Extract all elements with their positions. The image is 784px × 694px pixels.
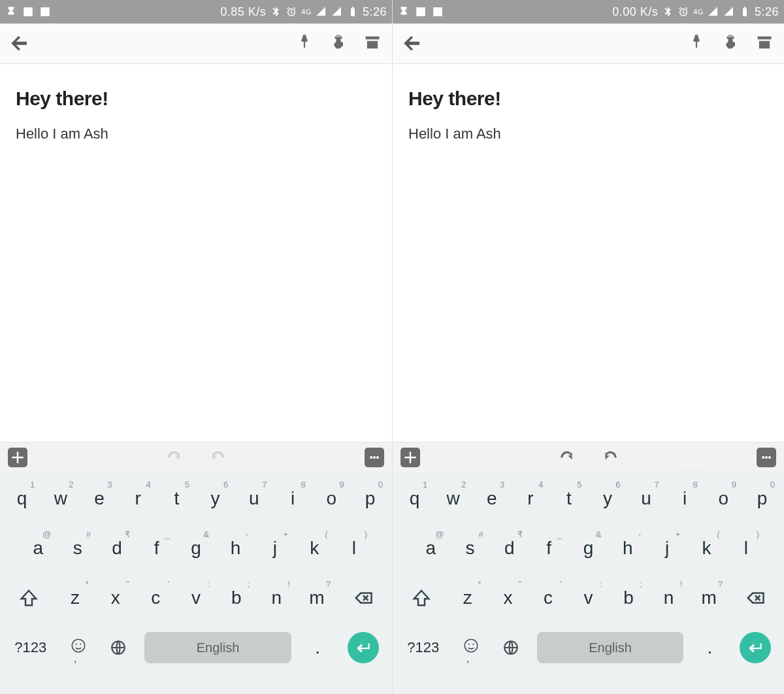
space-key[interactable]: English xyxy=(531,625,690,670)
key-n[interactable]: n! xyxy=(257,575,297,621)
more-button[interactable]: ••• xyxy=(757,448,776,467)
key-a[interactable]: a@ xyxy=(18,525,57,571)
redo-button[interactable] xyxy=(209,448,226,467)
network-4g-label: 4G xyxy=(693,8,704,16)
reminder-button[interactable] xyxy=(721,33,740,54)
alarm-icon xyxy=(678,6,689,18)
key-t[interactable]: t5 xyxy=(157,476,196,521)
add-button[interactable] xyxy=(8,448,27,467)
key-b[interactable]: b; xyxy=(216,575,257,621)
shift-key[interactable] xyxy=(395,575,448,621)
key-h[interactable]: h- xyxy=(216,525,255,571)
key-o[interactable]: o9 xyxy=(704,476,743,521)
key-w[interactable]: w2 xyxy=(41,476,80,521)
pin-button[interactable] xyxy=(687,33,706,54)
note-title[interactable]: Hey there! xyxy=(408,88,768,110)
period-key[interactable]: . xyxy=(298,625,338,670)
suggestion-strip: ••• xyxy=(0,442,392,472)
key-x[interactable]: x" xyxy=(95,575,136,621)
key-i[interactable]: i8 xyxy=(666,476,704,521)
key-f[interactable]: f_ xyxy=(137,525,176,571)
key-e[interactable]: e3 xyxy=(472,476,511,521)
key-p[interactable]: p0 xyxy=(351,476,389,521)
key-c[interactable]: c' xyxy=(528,575,568,621)
network-4g-label: 4G xyxy=(301,8,312,16)
key-s[interactable]: s# xyxy=(57,525,97,571)
key-s[interactable]: s# xyxy=(450,525,489,571)
backspace-key[interactable] xyxy=(337,575,389,621)
space-key[interactable]: English xyxy=(139,625,298,670)
symbols-key[interactable]: ?123 xyxy=(395,625,451,670)
archive-button[interactable] xyxy=(363,33,382,54)
key-i[interactable]: i8 xyxy=(273,476,312,521)
archive-button[interactable] xyxy=(755,33,774,54)
key-v[interactable]: v: xyxy=(568,575,609,621)
key-u[interactable]: u7 xyxy=(235,476,273,521)
key-g[interactable]: g& xyxy=(176,525,216,571)
key-b[interactable]: b; xyxy=(608,575,649,621)
enter-key[interactable] xyxy=(730,625,781,670)
keyboard: q1w2e3r4t5y6u7i8o9p0a@s#d₹f_g&h-j+k(l)z*… xyxy=(393,472,784,694)
key-c[interactable]: c' xyxy=(136,575,176,621)
hourglass-icon xyxy=(398,6,410,18)
key-j[interactable]: j+ xyxy=(255,525,295,571)
key-y[interactable]: y6 xyxy=(589,476,627,521)
note-title[interactable]: Hey there! xyxy=(16,88,376,110)
add-button[interactable] xyxy=(400,448,420,467)
key-x[interactable]: x" xyxy=(488,575,529,621)
more-button[interactable]: ••• xyxy=(365,448,384,467)
key-g[interactable]: g& xyxy=(568,525,608,571)
key-e[interactable]: e3 xyxy=(80,476,118,521)
net-speed: 0.00 K/s xyxy=(612,5,658,19)
pin-button[interactable] xyxy=(295,33,314,54)
key-a[interactable]: a@ xyxy=(411,525,450,571)
enter-key[interactable] xyxy=(338,625,389,670)
undo-button[interactable] xyxy=(166,448,183,467)
key-o[interactable]: o9 xyxy=(312,476,351,521)
emoji-key[interactable]: , xyxy=(451,625,491,670)
back-button[interactable] xyxy=(403,33,423,55)
key-z[interactable]: z* xyxy=(55,575,95,621)
image-icon xyxy=(22,6,34,18)
key-k[interactable]: k( xyxy=(687,525,726,571)
key-l[interactable]: l) xyxy=(335,525,374,571)
key-n[interactable]: n! xyxy=(649,575,689,621)
period-key[interactable]: . xyxy=(690,625,730,670)
key-r[interactable]: r4 xyxy=(119,476,157,521)
key-h[interactable]: h- xyxy=(608,525,647,571)
hourglass-icon xyxy=(5,6,17,18)
key-p[interactable]: p0 xyxy=(743,476,781,521)
key-d[interactable]: d₹ xyxy=(490,525,529,571)
emoji-key[interactable]: , xyxy=(58,625,98,670)
key-f[interactable]: f_ xyxy=(529,525,568,571)
note-content[interactable]: Hey there! Hello I am Ash xyxy=(393,64,784,442)
key-q[interactable]: q1 xyxy=(395,476,434,521)
reminder-button[interactable] xyxy=(329,33,348,54)
undo-button[interactable] xyxy=(559,448,576,467)
note-body[interactable]: Hello I am Ash xyxy=(16,125,376,142)
key-z[interactable]: z* xyxy=(448,575,488,621)
symbols-key[interactable]: ?123 xyxy=(3,625,58,670)
key-m[interactable]: m? xyxy=(297,575,337,621)
shift-key[interactable] xyxy=(3,575,55,621)
key-q[interactable]: q1 xyxy=(3,476,41,521)
key-d[interactable]: d₹ xyxy=(97,525,137,571)
note-body[interactable]: Hello I am Ash xyxy=(408,125,768,142)
key-w[interactable]: w2 xyxy=(434,476,472,521)
key-r[interactable]: r4 xyxy=(511,476,549,521)
key-y[interactable]: y6 xyxy=(196,476,235,521)
key-k[interactable]: k( xyxy=(295,525,334,571)
key-v[interactable]: v: xyxy=(176,575,216,621)
key-t[interactable]: t5 xyxy=(549,476,588,521)
key-j[interactable]: j+ xyxy=(647,525,687,571)
note-content[interactable]: Hey there! Hello I am Ash xyxy=(0,64,392,442)
redo-button[interactable] xyxy=(602,448,619,467)
signal-icon xyxy=(708,6,719,18)
key-u[interactable]: u7 xyxy=(627,476,666,521)
key-l[interactable]: l) xyxy=(727,525,766,571)
language-key[interactable] xyxy=(98,625,138,670)
back-button[interactable] xyxy=(10,33,30,55)
key-m[interactable]: m? xyxy=(689,575,729,621)
language-key[interactable] xyxy=(491,625,531,670)
backspace-key[interactable] xyxy=(729,575,781,621)
